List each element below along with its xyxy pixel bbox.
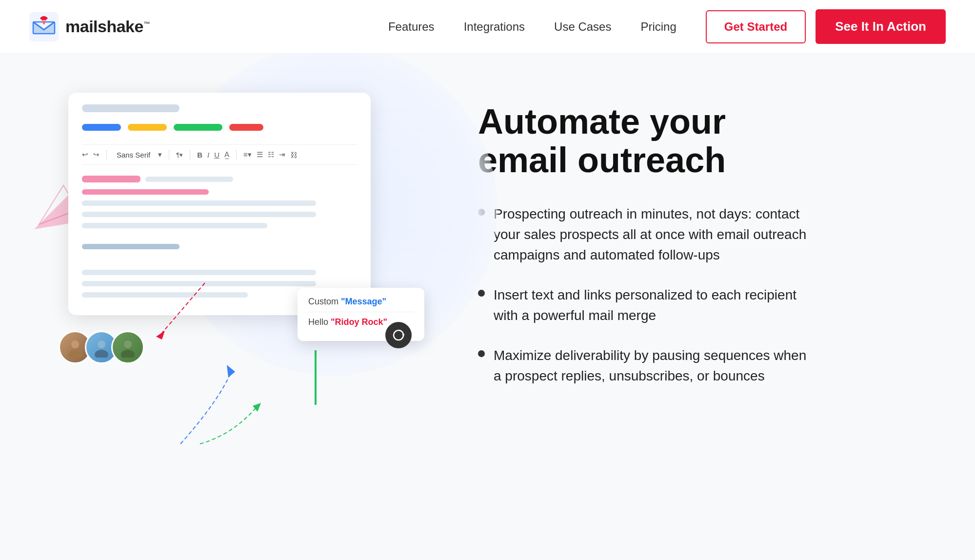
main-heading: Automate your email outreach: [478, 102, 810, 180]
logo-icon: [29, 12, 59, 41]
email-line-6: [82, 292, 248, 298]
nav-pricing[interactable]: Pricing: [640, 20, 676, 34]
navbar: mailshake™ Features Integrations Use Cas…: [0, 0, 975, 54]
popup-message-highlight: "Message": [341, 297, 386, 306]
email-line-1: [82, 200, 316, 206]
editor-tabs: [82, 124, 357, 131]
avatars-row: [59, 331, 144, 364]
svg-point-6: [68, 350, 82, 358]
toolbar-divider-4: [236, 150, 237, 160]
bold-icon[interactable]: B: [197, 151, 202, 159]
svg-point-8: [95, 350, 108, 358]
svg-point-9: [124, 340, 132, 348]
nav-use-cases[interactable]: Use Cases: [554, 20, 611, 34]
toolbar-divider-2: [169, 150, 169, 160]
sync-icon[interactable]: [385, 322, 412, 348]
email-line-5: [82, 281, 316, 286]
email-line-4: [82, 270, 316, 275]
bullet-item-2: Insert text and links personalized to ea…: [478, 285, 810, 326]
editor-toolbar: ↩ ↪ Sans Serif ▾ ¶▾ B I U A̲ ≡▾ ☰ ☷ ⇥ ⛓: [82, 144, 357, 165]
bullet-item-3: Maximize deliverability by pausing seque…: [478, 345, 810, 386]
italic-icon[interactable]: I: [207, 151, 209, 159]
email-line-2: [82, 212, 316, 217]
highlight-bar-pink: [82, 176, 140, 182]
tab-red[interactable]: [229, 124, 263, 131]
svg-point-7: [98, 340, 105, 348]
svg-marker-13: [227, 365, 235, 378]
popup-divider: [308, 312, 414, 312]
bullet-dot-3: [478, 350, 485, 357]
bullet-text-2: Insert text and links personalized to ea…: [494, 285, 810, 326]
bullet-item-1: Prospecting outreach in minutes, not day…: [478, 204, 810, 265]
logo-text: mailshake™: [65, 17, 150, 36]
tab-blue[interactable]: [82, 124, 121, 131]
email-line-short: [82, 244, 179, 249]
editor-card: ↩ ↪ Sans Serif ▾ ¶▾ B I U A̲ ≡▾ ☰ ☷ ⇥ ⛓: [68, 93, 371, 315]
right-content: Automate your email outreach Prospecting…: [478, 83, 810, 386]
underline-icon[interactable]: U: [214, 151, 219, 159]
toolbar-divider-3: [190, 150, 190, 160]
redo-icon[interactable]: ↪: [93, 150, 99, 159]
sync-svg: [391, 328, 406, 342]
logo[interactable]: mailshake™: [29, 12, 150, 41]
nav-links: Features Integrations Use Cases Pricing: [388, 20, 677, 34]
undo-icon[interactable]: ↩: [82, 150, 88, 159]
indent-icon[interactable]: ⇥: [279, 150, 285, 159]
unordered-list-icon[interactable]: ☷: [268, 150, 274, 159]
bullet-text-1: Prospecting outreach in minutes, not day…: [494, 204, 810, 265]
heading-icon[interactable]: ¶▾: [176, 151, 183, 159]
get-started-button[interactable]: Get Started: [706, 10, 806, 43]
nav-integrations[interactable]: Integrations: [464, 20, 525, 34]
spacer2: [82, 255, 357, 270]
popup-name-highlight: "Ridoy Rock": [331, 317, 387, 327]
ordered-list-icon[interactable]: ☰: [257, 150, 263, 159]
tab-yellow[interactable]: [128, 124, 167, 131]
illustration-panel: ↩ ↪ Sans Serif ▾ ¶▾ B I U A̲ ≡▾ ☰ ☷ ⇥ ⛓: [49, 83, 439, 315]
main-content: ↩ ↪ Sans Serif ▾ ¶▾ B I U A̲ ≡▾ ☰ ☷ ⇥ ⛓: [0, 54, 975, 416]
editor-top-bar: [82, 104, 179, 112]
align-icon[interactable]: ≡▾: [243, 150, 252, 159]
svg-marker-4: [402, 333, 405, 335]
popup-line-1: Custom "Message": [308, 297, 414, 307]
see-it-in-action-button[interactable]: See It In Action: [816, 9, 946, 44]
font-selector[interactable]: Sans Serif: [114, 151, 153, 159]
email-line-pink: [82, 189, 209, 195]
tab-green[interactable]: [174, 124, 222, 131]
toolbar-divider-1: [106, 150, 107, 160]
email-line-3: [82, 223, 267, 228]
bullet-list: Prospecting outreach in minutes, not day…: [478, 204, 810, 386]
email-lines: [82, 189, 357, 298]
bullet-dot-2: [478, 290, 485, 297]
link-icon[interactable]: ⛓: [290, 151, 298, 159]
nav-features[interactable]: Features: [388, 20, 435, 34]
spacer: [82, 234, 357, 244]
highlight-row: [82, 176, 357, 182]
editor-line-partial: [145, 177, 233, 182]
avatar-3: [111, 331, 144, 364]
svg-point-5: [71, 340, 79, 348]
font-dropdown-icon[interactable]: ▾: [158, 150, 162, 159]
bullet-text-3: Maximize deliverability by pausing seque…: [494, 345, 810, 386]
svg-marker-14: [253, 403, 261, 412]
text-color-icon[interactable]: A̲: [224, 150, 229, 159]
svg-point-10: [121, 350, 135, 358]
svg-marker-12: [156, 331, 165, 340]
